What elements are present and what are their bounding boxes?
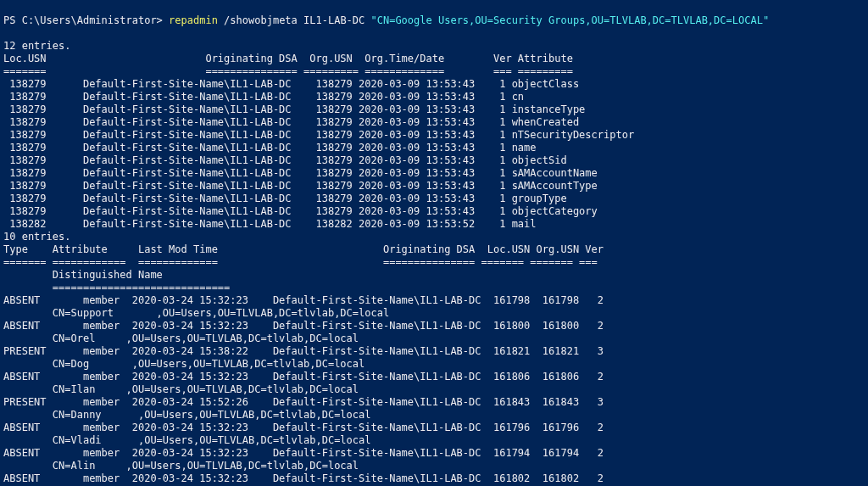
member-row: PRESENT member 2020-03-24 15:38:22 Defau…	[3, 345, 604, 357]
member-row: ABSENT member 2020-03-24 15:32:23 Defaul…	[3, 320, 604, 332]
meta-row: 138279 Default-First-Site-Name\IL1-LAB-D…	[3, 205, 598, 217]
meta-row: 138279 Default-First-Site-Name\IL1-LAB-D…	[3, 167, 598, 179]
member-row: ABSENT member 2020-03-24 15:32:23 Defaul…	[3, 447, 604, 459]
meta-row: 138279 Default-First-Site-Name\IL1-LAB-D…	[3, 142, 537, 154]
member-columns-underline: ======= ============ ============= =====…	[3, 256, 598, 268]
meta-row: 138279 Default-First-Site-Name\IL1-LAB-D…	[3, 116, 579, 128]
member-columns-header: Type Attribute Last Mod Time Originating…	[3, 243, 604, 255]
meta-columns-header: Loc.USN Originating DSA Org.USN Org.Time…	[3, 53, 573, 64]
member-dn-underline: =============================	[3, 282, 230, 293]
member-row: PRESENT member 2020-03-24 15:52:26 Defau…	[3, 396, 604, 408]
member-row: ABSENT member 2020-03-24 15:32:23 Defaul…	[3, 472, 604, 484]
member-row: ABSENT member 2020-03-24 15:32:23 Defaul…	[3, 422, 604, 433]
blank-line	[3, 27, 9, 39]
meta-columns-underline: ======= =============== ========= ======…	[3, 65, 573, 77]
terminal-screen[interactable]: PS C:\Users\Administrator> repadmin /sho…	[0, 0, 868, 486]
member-row-dn: CN=Alin ,OU=Users,OU=TLVLAB,DC=tlvlab,DC…	[3, 460, 359, 472]
member-dn-header: Distinguished Name	[3, 269, 163, 281]
meta-row: 138279 Default-First-Site-Name\IL1-LAB-D…	[3, 154, 567, 166]
member-row: ABSENT member 2020-03-24 15:32:23 Defaul…	[3, 371, 604, 383]
member-row-dn: CN=Orel ,OU=Users,OU=TLVLAB,DC=tlvlab,DC…	[3, 332, 359, 344]
meta-row: 138279 Default-First-Site-Name\IL1-LAB-D…	[3, 129, 634, 141]
meta-row: 138279 Default-First-Site-Name\IL1-LAB-D…	[3, 78, 579, 90]
meta-row: 138282 Default-First-Site-Name\IL1-LAB-D…	[3, 218, 537, 230]
member-row-dn: CN=Support ,OU=Users,OU=TLVLAB,DC=tlvlab…	[3, 307, 389, 319]
meta-entries-count: 12 entries.	[3, 40, 70, 52]
prompt-prefix: PS C:\Users\Administrator>	[3, 14, 169, 26]
meta-row: 138279 Default-First-Site-Name\IL1-LAB-D…	[3, 180, 598, 192]
member-row-dn: CN=Vladi ,OU=Users,OU=TLVLAB,DC=tlvlab,D…	[3, 434, 370, 446]
cmd-dn: "CN=Google Users,OU=Security Groups,OU=T…	[371, 14, 770, 26]
prompt-line: PS C:\Users\Administrator> repadmin /sho…	[3, 14, 769, 26]
meta-row: 138279 Default-First-Site-Name\IL1-LAB-D…	[3, 193, 567, 204]
meta-row: 138279 Default-First-Site-Name\IL1-LAB-D…	[3, 91, 524, 103]
member-row-dn: CN=Ilan ,OU=Users,OU=TLVLAB,DC=tlvlab,DC…	[3, 383, 359, 395]
member-entries-count: 10 entries.	[3, 231, 70, 243]
member-row-dn: CN=Danny ,OU=Users,OU=TLVLAB,DC=tlvlab,D…	[3, 409, 370, 421]
meta-row: 138279 Default-First-Site-Name\IL1-LAB-D…	[3, 103, 585, 115]
cmd-args: /showobjmeta IL1-LAB-DC	[224, 14, 370, 26]
cmd-repadmin: repadmin	[169, 14, 224, 26]
member-row-dn: CN=Dog ,OU=Users,OU=TLVLAB,DC=tlvlab,DC=…	[3, 358, 364, 370]
member-row: ABSENT member 2020-03-24 15:32:23 Defaul…	[3, 294, 604, 306]
